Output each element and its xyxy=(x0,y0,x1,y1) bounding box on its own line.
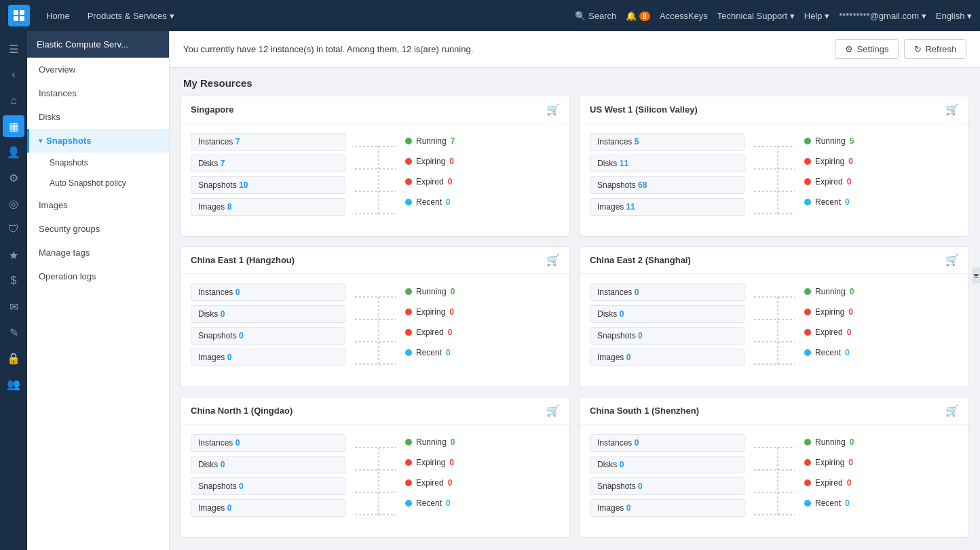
status-item[interactable]: Expiring 0 xyxy=(405,304,560,320)
resource-label-item[interactable]: Disks 7 xyxy=(191,155,345,172)
sidebar-item-disks[interactable]: Disks xyxy=(27,105,169,129)
status-item[interactable]: Running 0 xyxy=(405,283,560,300)
nav-products[interactable]: Products & Services ▾ xyxy=(81,8,181,24)
resource-label-item[interactable]: Disks 0 xyxy=(191,305,345,323)
help-link[interactable]: Help ▾ xyxy=(804,11,829,21)
rail-users-icon[interactable]: 👤 xyxy=(3,141,24,163)
status-label: Expiring xyxy=(815,157,844,166)
cart-icon[interactable]: 🛒 xyxy=(546,404,560,417)
resource-label-item[interactable]: Images 0 xyxy=(191,499,345,517)
rail-star-icon[interactable]: ★ xyxy=(3,244,24,266)
status-item[interactable]: Expired 0 xyxy=(804,475,959,491)
resource-label-item[interactable]: Images 0 xyxy=(590,499,745,517)
nav-home[interactable]: Home xyxy=(39,8,77,24)
resource-label-item[interactable]: Snapshots 0 xyxy=(191,327,345,345)
cart-icon[interactable]: 🛒 xyxy=(945,254,959,267)
resource-label-item[interactable]: Instances 0 xyxy=(191,283,345,301)
resource-label-item[interactable]: Images 8 xyxy=(191,198,345,216)
status-item[interactable]: Recent 0 xyxy=(804,495,959,511)
sidebar-item-snapshots[interactable]: ▾ Snapshots xyxy=(27,129,169,153)
status-item[interactable]: Recent 0 xyxy=(804,345,959,361)
status-label: Running xyxy=(416,437,447,447)
resource-label-item[interactable]: Disks 0 xyxy=(590,305,745,323)
cart-icon[interactable]: 🛒 xyxy=(546,103,560,116)
rail-back-icon[interactable]: ‹ xyxy=(3,64,24,85)
sidebar-item-operation-logs[interactable]: Operation logs xyxy=(27,264,169,288)
status-count: 5 xyxy=(850,136,854,146)
rail-shield-icon[interactable]: 🛡 xyxy=(3,218,24,240)
status-count: 0 xyxy=(448,328,453,337)
status-items: Running 0 Expiring 0 Expired 0 Recent 0 xyxy=(405,283,560,377)
status-item[interactable]: Running 0 xyxy=(405,434,560,450)
notifications-button[interactable]: 🔔 8 xyxy=(626,11,650,21)
sidebar-item-snapshots-sub[interactable]: Snapshots xyxy=(41,153,169,173)
region-header: China South 1 (Shenzhen) 🛒 xyxy=(580,397,968,425)
resource-label-item[interactable]: Instances 7 xyxy=(191,133,345,151)
status-item[interactable]: Running 5 xyxy=(804,133,959,149)
status-item[interactable]: Running 0 xyxy=(804,434,959,450)
status-item[interactable]: Expiring 0 xyxy=(405,153,560,170)
status-item[interactable]: Recent 0 xyxy=(405,345,560,361)
resource-label-item[interactable]: Disks 0 xyxy=(590,456,745,473)
status-item[interactable]: Expiring 0 xyxy=(804,304,959,320)
resource-label-item[interactable]: Disks 11 xyxy=(590,155,745,172)
technical-support-link[interactable]: Technical Support ▾ xyxy=(717,11,795,21)
resource-label-item[interactable]: Snapshots 0 xyxy=(590,477,745,495)
rail-dollar-icon[interactable]: $ xyxy=(3,270,24,292)
status-item[interactable]: Running 7 xyxy=(405,133,560,149)
language-selector[interactable]: English ▾ xyxy=(936,11,972,21)
resource-label-item[interactable]: Instances 0 xyxy=(191,434,345,452)
rail-person-icon[interactable]: 👥 xyxy=(3,373,24,395)
status-item[interactable]: Expired 0 xyxy=(804,174,959,190)
rail-home-icon[interactable]: ⌂ xyxy=(3,90,24,111)
status-item[interactable]: Running 0 xyxy=(804,283,959,300)
rail-monitor-icon[interactable]: ◎ xyxy=(3,193,24,214)
sidebar-item-security-groups[interactable]: Security groups xyxy=(27,217,169,241)
status-item[interactable]: Recent 0 xyxy=(405,495,560,511)
resource-label-item[interactable]: Snapshots 0 xyxy=(590,327,745,345)
resource-label-item[interactable]: Images 11 xyxy=(590,198,745,216)
rail-mail-icon[interactable]: ✉ xyxy=(3,296,24,317)
resource-label-item[interactable]: Instances 5 xyxy=(590,133,745,151)
sidebar-item-instances[interactable]: Instances xyxy=(27,81,169,105)
resource-label-item[interactable]: Instances 0 xyxy=(590,434,745,452)
rail-edit-icon[interactable]: ✎ xyxy=(3,321,24,343)
status-item[interactable]: Recent 0 xyxy=(405,194,560,210)
resource-label-item[interactable]: Snapshots 0 xyxy=(191,477,345,495)
user-email[interactable]: *********@gmail.com ▾ xyxy=(839,11,926,21)
resource-label-item[interactable]: Instances 0 xyxy=(590,283,745,301)
status-item[interactable]: Expired 0 xyxy=(405,324,560,340)
resource-label-item[interactable]: Disks 0 xyxy=(191,456,345,473)
status-dot xyxy=(405,158,412,165)
sidebar-item-auto-snapshot[interactable]: Auto Snapshot policy xyxy=(41,173,169,193)
settings-button[interactable]: ⚙ Settings xyxy=(835,39,899,59)
status-dot xyxy=(804,329,811,336)
rail-menu-icon[interactable]: ☰ xyxy=(3,38,24,60)
chevron-down-icon: ▾ xyxy=(967,11,972,21)
logo-icon[interactable] xyxy=(8,5,30,26)
sidebar-item-manage-tags[interactable]: Manage tags xyxy=(27,241,169,264)
search-button[interactable]: 🔍 Search xyxy=(575,11,616,21)
status-item[interactable]: Expired 0 xyxy=(405,475,560,491)
status-item[interactable]: Expiring 0 xyxy=(804,153,959,170)
status-dot xyxy=(804,199,811,205)
resource-label-item[interactable]: Images 0 xyxy=(191,349,345,366)
resource-label-item[interactable]: Snapshots 68 xyxy=(590,176,745,194)
rail-lock-icon[interactable]: 🔒 xyxy=(3,347,24,369)
sidebar-item-images[interactable]: Images xyxy=(27,193,169,217)
sidebar-item-overview[interactable]: Overview xyxy=(27,58,169,81)
refresh-button[interactable]: ↻ Refresh xyxy=(904,39,966,59)
cart-icon[interactable]: 🛒 xyxy=(546,254,560,267)
status-item[interactable]: Expiring 0 xyxy=(804,454,959,471)
status-item[interactable]: Expired 0 xyxy=(405,174,560,190)
cart-icon[interactable]: 🛒 xyxy=(945,103,959,116)
status-item[interactable]: Expiring 0 xyxy=(405,454,560,471)
access-keys-link[interactable]: AccessKeys xyxy=(660,11,708,21)
cart-icon[interactable]: 🛒 xyxy=(945,404,959,417)
resource-label-item[interactable]: Snapshots 10 xyxy=(191,176,345,194)
rail-servers-icon[interactable]: ▦ xyxy=(3,115,24,137)
resource-label-item[interactable]: Images 0 xyxy=(590,349,745,366)
status-item[interactable]: Expired 0 xyxy=(804,324,959,340)
rail-settings-icon[interactable]: ⚙ xyxy=(3,167,24,189)
status-item[interactable]: Recent 0 xyxy=(804,194,959,210)
